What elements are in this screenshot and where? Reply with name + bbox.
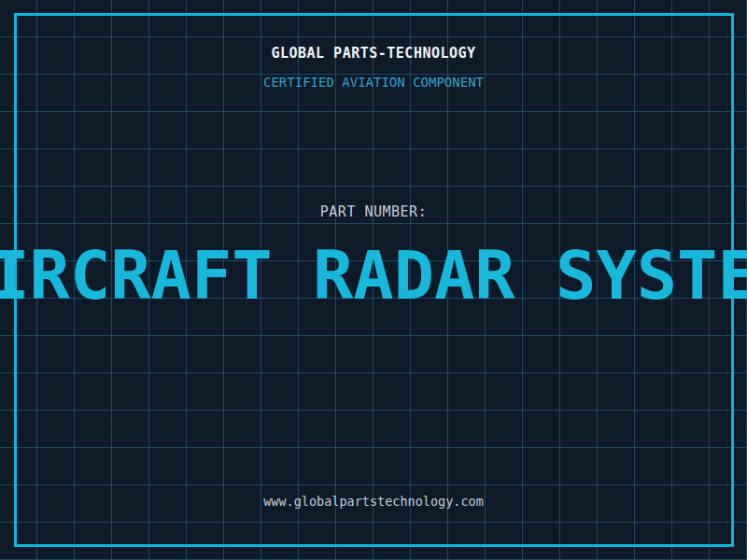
part-number-label: PART NUMBER: [0,205,747,219]
website-url: www.globalpartstechnology.com [0,496,747,509]
part-name-clip-region: AIRCRAFT RADAR SYSTEM [0,241,747,317]
part-name-title: AIRCRAFT RADAR SYSTEM [0,241,747,312]
certification-tagline: CERTIFIED AVIATION COMPONENT [0,76,747,89]
company-name: GLOBAL PARTS-TECHNOLOGY [0,47,747,61]
